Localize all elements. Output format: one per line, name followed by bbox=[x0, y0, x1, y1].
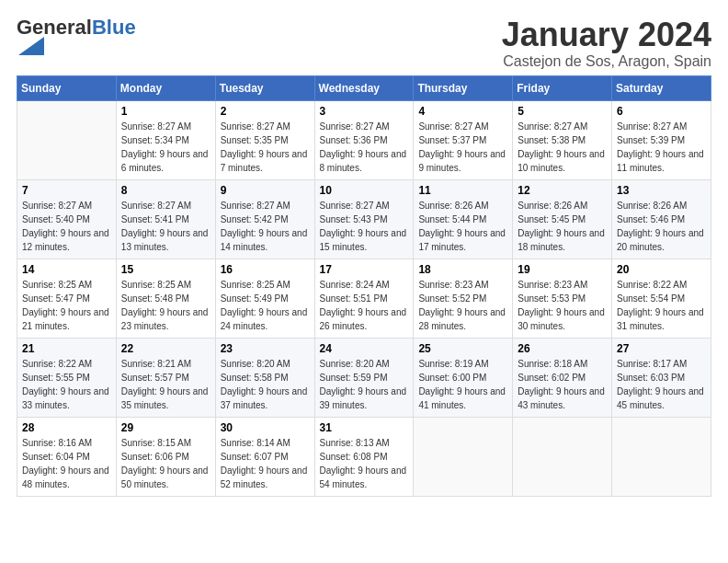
day-info: Sunrise: 8:27 AMSunset: 5:37 PMDaylight:… bbox=[418, 120, 507, 175]
day-number: 13 bbox=[617, 184, 706, 197]
day-info: Sunrise: 8:20 AMSunset: 5:59 PMDaylight:… bbox=[320, 357, 409, 412]
calendar-cell: 16Sunrise: 8:25 AMSunset: 5:49 PMDayligh… bbox=[215, 259, 314, 338]
day-number: 20 bbox=[617, 263, 706, 276]
day-info: Sunrise: 8:17 AMSunset: 6:03 PMDaylight:… bbox=[617, 357, 706, 412]
day-number: 26 bbox=[518, 342, 607, 355]
calendar-table: SundayMondayTuesdayWednesdayThursdayFrid… bbox=[17, 75, 711, 497]
weekday-header-wednesday: Wednesday bbox=[314, 75, 414, 100]
calendar-cell: 23Sunrise: 8:20 AMSunset: 5:58 PMDayligh… bbox=[215, 338, 314, 417]
calendar-cell: 19Sunrise: 8:23 AMSunset: 5:53 PMDayligh… bbox=[513, 259, 612, 338]
calendar-cell bbox=[414, 417, 513, 496]
title-month: January 2024 bbox=[502, 17, 711, 53]
calendar-cell: 6Sunrise: 8:27 AMSunset: 5:39 PMDaylight… bbox=[612, 100, 711, 179]
calendar-cell: 13Sunrise: 8:26 AMSunset: 5:46 PMDayligh… bbox=[612, 179, 711, 259]
calendar-cell: 29Sunrise: 8:15 AMSunset: 6:06 PMDayligh… bbox=[116, 417, 215, 496]
calendar-cell: 25Sunrise: 8:19 AMSunset: 6:00 PMDayligh… bbox=[414, 338, 513, 417]
day-info: Sunrise: 8:18 AMSunset: 6:02 PMDaylight:… bbox=[518, 357, 607, 412]
calendar-cell: 2Sunrise: 8:27 AMSunset: 5:35 PMDaylight… bbox=[215, 100, 314, 179]
day-info: Sunrise: 8:24 AMSunset: 5:51 PMDaylight:… bbox=[320, 278, 409, 333]
weekday-header-thursday: Thursday bbox=[414, 75, 513, 100]
svg-marker-0 bbox=[18, 37, 44, 55]
day-info: Sunrise: 8:25 AMSunset: 5:47 PMDaylight:… bbox=[22, 278, 111, 333]
day-info: Sunrise: 8:19 AMSunset: 6:00 PMDaylight:… bbox=[418, 357, 507, 412]
logo-general: General bbox=[17, 16, 92, 39]
day-number: 2 bbox=[221, 105, 310, 118]
calendar-cell: 11Sunrise: 8:26 AMSunset: 5:44 PMDayligh… bbox=[414, 179, 513, 259]
calendar-cell: 21Sunrise: 8:22 AMSunset: 5:55 PMDayligh… bbox=[17, 338, 117, 417]
day-info: Sunrise: 8:16 AMSunset: 6:04 PMDaylight:… bbox=[22, 436, 111, 491]
calendar-cell: 15Sunrise: 8:25 AMSunset: 5:48 PMDayligh… bbox=[116, 259, 215, 338]
day-info: Sunrise: 8:27 AMSunset: 5:34 PMDaylight:… bbox=[121, 120, 210, 175]
day-info: Sunrise: 8:26 AMSunset: 5:44 PMDaylight:… bbox=[418, 199, 507, 254]
title-block: January 2024 Castejon de Sos, Aragon, Sp… bbox=[502, 17, 711, 70]
day-info: Sunrise: 8:13 AMSunset: 6:08 PMDaylight:… bbox=[320, 436, 409, 491]
calendar-cell: 26Sunrise: 8:18 AMSunset: 6:02 PMDayligh… bbox=[513, 338, 612, 417]
day-number: 30 bbox=[221, 421, 310, 434]
calendar-cell: 8Sunrise: 8:27 AMSunset: 5:41 PMDaylight… bbox=[116, 179, 215, 259]
day-info: Sunrise: 8:26 AMSunset: 5:46 PMDaylight:… bbox=[617, 199, 706, 254]
logo: GeneralBlue bbox=[17, 17, 136, 59]
day-info: Sunrise: 8:27 AMSunset: 5:39 PMDaylight:… bbox=[617, 120, 706, 175]
day-info: Sunrise: 8:15 AMSunset: 6:06 PMDaylight:… bbox=[121, 436, 210, 491]
calendar-cell: 28Sunrise: 8:16 AMSunset: 6:04 PMDayligh… bbox=[17, 417, 117, 496]
day-number: 11 bbox=[418, 184, 507, 197]
calendar-cell bbox=[513, 417, 612, 496]
calendar-week-row: 21Sunrise: 8:22 AMSunset: 5:55 PMDayligh… bbox=[17, 338, 711, 417]
calendar-cell: 1Sunrise: 8:27 AMSunset: 5:34 PMDaylight… bbox=[116, 100, 215, 179]
day-number: 5 bbox=[518, 105, 607, 118]
day-number: 4 bbox=[418, 105, 507, 118]
logo-blue: Blue bbox=[92, 16, 136, 39]
weekday-header-saturday: Saturday bbox=[612, 75, 711, 100]
day-info: Sunrise: 8:27 AMSunset: 5:42 PMDaylight:… bbox=[221, 199, 310, 254]
day-number: 28 bbox=[22, 421, 111, 434]
calendar-cell: 7Sunrise: 8:27 AMSunset: 5:40 PMDaylight… bbox=[17, 179, 117, 259]
day-number: 16 bbox=[221, 263, 310, 276]
calendar-cell bbox=[17, 100, 117, 179]
day-number: 1 bbox=[121, 105, 210, 118]
day-number: 29 bbox=[121, 421, 210, 434]
calendar-cell: 30Sunrise: 8:14 AMSunset: 6:07 PMDayligh… bbox=[215, 417, 314, 496]
day-number: 3 bbox=[320, 105, 409, 118]
day-info: Sunrise: 8:27 AMSunset: 5:36 PMDaylight:… bbox=[320, 120, 409, 175]
day-number: 7 bbox=[22, 184, 111, 197]
day-info: Sunrise: 8:23 AMSunset: 5:52 PMDaylight:… bbox=[418, 278, 507, 333]
calendar-cell: 10Sunrise: 8:27 AMSunset: 5:43 PMDayligh… bbox=[314, 179, 414, 259]
day-info: Sunrise: 8:22 AMSunset: 5:54 PMDaylight:… bbox=[617, 278, 706, 333]
day-info: Sunrise: 8:27 AMSunset: 5:40 PMDaylight:… bbox=[22, 199, 111, 254]
calendar-cell: 3Sunrise: 8:27 AMSunset: 5:36 PMDaylight… bbox=[314, 100, 414, 179]
day-number: 6 bbox=[617, 105, 706, 118]
calendar-week-row: 14Sunrise: 8:25 AMSunset: 5:47 PMDayligh… bbox=[17, 259, 711, 338]
day-info: Sunrise: 8:22 AMSunset: 5:55 PMDaylight:… bbox=[22, 357, 111, 412]
day-number: 17 bbox=[320, 263, 409, 276]
day-number: 25 bbox=[418, 342, 507, 355]
calendar-cell: 14Sunrise: 8:25 AMSunset: 5:47 PMDayligh… bbox=[17, 259, 117, 338]
calendar-cell: 17Sunrise: 8:24 AMSunset: 5:51 PMDayligh… bbox=[314, 259, 414, 338]
calendar-cell: 31Sunrise: 8:13 AMSunset: 6:08 PMDayligh… bbox=[314, 417, 414, 496]
day-info: Sunrise: 8:27 AMSunset: 5:41 PMDaylight:… bbox=[121, 199, 210, 254]
day-info: Sunrise: 8:23 AMSunset: 5:53 PMDaylight:… bbox=[518, 278, 607, 333]
calendar-cell: 22Sunrise: 8:21 AMSunset: 5:57 PMDayligh… bbox=[116, 338, 215, 417]
calendar-cell: 18Sunrise: 8:23 AMSunset: 5:52 PMDayligh… bbox=[414, 259, 513, 338]
weekday-header-sunday: Sunday bbox=[17, 75, 117, 100]
title-location: Castejon de Sos, Aragon, Spain bbox=[502, 53, 711, 70]
calendar-cell bbox=[612, 417, 711, 496]
day-number: 27 bbox=[617, 342, 706, 355]
day-info: Sunrise: 8:27 AMSunset: 5:43 PMDaylight:… bbox=[320, 199, 409, 254]
day-number: 22 bbox=[121, 342, 210, 355]
header: GeneralBlue January 2024 Castejon de Sos… bbox=[17, 17, 711, 70]
day-number: 19 bbox=[518, 263, 607, 276]
calendar-cell: 12Sunrise: 8:26 AMSunset: 5:45 PMDayligh… bbox=[513, 179, 612, 259]
day-info: Sunrise: 8:27 AMSunset: 5:35 PMDaylight:… bbox=[221, 120, 310, 175]
day-number: 31 bbox=[320, 421, 409, 434]
calendar-cell: 20Sunrise: 8:22 AMSunset: 5:54 PMDayligh… bbox=[612, 259, 711, 338]
day-info: Sunrise: 8:25 AMSunset: 5:49 PMDaylight:… bbox=[221, 278, 310, 333]
day-number: 23 bbox=[221, 342, 310, 355]
calendar-cell: 4Sunrise: 8:27 AMSunset: 5:37 PMDaylight… bbox=[414, 100, 513, 179]
day-info: Sunrise: 8:20 AMSunset: 5:58 PMDaylight:… bbox=[221, 357, 310, 412]
calendar-cell: 9Sunrise: 8:27 AMSunset: 5:42 PMDaylight… bbox=[215, 179, 314, 259]
day-info: Sunrise: 8:27 AMSunset: 5:38 PMDaylight:… bbox=[518, 120, 607, 175]
weekday-header-friday: Friday bbox=[513, 75, 612, 100]
calendar-cell: 24Sunrise: 8:20 AMSunset: 5:59 PMDayligh… bbox=[314, 338, 414, 417]
day-number: 14 bbox=[22, 263, 111, 276]
calendar-week-row: 28Sunrise: 8:16 AMSunset: 6:04 PMDayligh… bbox=[17, 417, 711, 496]
